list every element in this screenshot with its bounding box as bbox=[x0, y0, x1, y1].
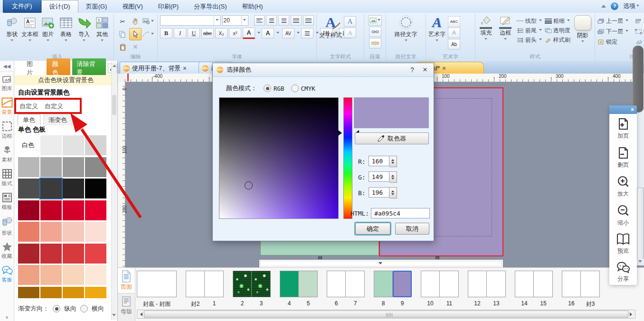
color-swatch[interactable] bbox=[63, 200, 84, 220]
scrollbar-thumb[interactable] bbox=[112, 95, 116, 115]
color-swatch[interactable] bbox=[40, 157, 62, 177]
color-swatch[interactable] bbox=[63, 244, 84, 264]
saturation-value-field[interactable] bbox=[219, 97, 339, 219]
page-thumbnail-13[interactable] bbox=[487, 271, 506, 297]
color-swatch[interactable] bbox=[18, 244, 39, 264]
style-brush-button[interactable]: 样式刷 bbox=[545, 36, 570, 44]
hue-arrow-left-icon[interactable] bbox=[338, 130, 345, 136]
color-swatch[interactable] bbox=[40, 200, 62, 220]
color-swatch[interactable] bbox=[18, 265, 39, 285]
dialog-help-icon[interactable]: ? bbox=[407, 66, 417, 74]
canvas-vscroll-thumb[interactable] bbox=[637, 188, 644, 260]
color-swatch[interactable] bbox=[63, 222, 84, 242]
path-text-button[interactable]: 路径文字 bbox=[388, 15, 423, 43]
remove-page-button[interactable]: 删页 bbox=[609, 143, 637, 172]
align-distribute-button[interactable] bbox=[303, 15, 314, 26]
scroll-left-button[interactable] bbox=[137, 310, 143, 318]
send-backward-button[interactable]: 下一层 bbox=[597, 27, 628, 36]
group-button[interactable]: 编组 bbox=[635, 27, 644, 36]
r-input[interactable]: 160 bbox=[369, 156, 389, 166]
rail-item-gallery[interactable]: 图库 bbox=[0, 72, 14, 94]
menu-tab-0[interactable]: 文件(F) bbox=[3, 0, 41, 13]
color-swatch[interactable] bbox=[85, 200, 106, 220]
find-image-button[interactable] bbox=[142, 15, 154, 28]
drop-cap-button[interactable] bbox=[368, 15, 382, 26]
eyedropper-button[interactable]: 取色器 bbox=[355, 132, 429, 144]
menu-tab-4[interactable]: 印刷(P) bbox=[151, 0, 186, 13]
page-thumbnail-2[interactable] bbox=[233, 271, 252, 297]
italic-button[interactable]: I bbox=[174, 28, 186, 38]
share-button[interactable]: 分享 bbox=[609, 258, 637, 286]
color-swatch[interactable] bbox=[63, 265, 84, 285]
highlight-color-button[interactable]: A bbox=[262, 28, 274, 38]
close-panel-icon[interactable]: × bbox=[631, 106, 634, 113]
subscript-button[interactable]: X₂ bbox=[215, 28, 227, 38]
rail-item-service[interactable]: 客服 bbox=[0, 262, 14, 286]
arrow-tail-button[interactable]: 箭尾 bbox=[517, 26, 542, 35]
page-thumbnail-10[interactable] bbox=[421, 271, 440, 297]
custom-color-row[interactable]: 自定义 自定义 bbox=[18, 101, 79, 112]
rail-item-material[interactable]: 素材 bbox=[0, 142, 14, 166]
page-thumbnail-15[interactable] bbox=[534, 271, 553, 297]
html-input[interactable]: #a095c4 bbox=[371, 208, 430, 218]
color-swatch[interactable] bbox=[63, 157, 84, 177]
color-swatch[interactable] bbox=[40, 244, 62, 264]
page-thumbnail-8[interactable] bbox=[374, 271, 393, 297]
rail-item-favorite[interactable]: 收藏 bbox=[0, 239, 14, 262]
page-thumbnail-封底 - 封面[interactable] bbox=[137, 271, 177, 297]
page-thumbnail-16[interactable] bbox=[562, 271, 581, 297]
align-left-button[interactable] bbox=[254, 15, 265, 26]
paste-button[interactable] bbox=[116, 41, 129, 53]
page-thumbnail-5[interactable] bbox=[299, 271, 318, 297]
text-style-button[interactable]: A 文字样式 bbox=[319, 15, 342, 39]
color-swatch[interactable] bbox=[18, 179, 39, 198]
strikethrough-button[interactable]: abe bbox=[201, 28, 214, 38]
border-button[interactable]: 边框 bbox=[497, 15, 514, 41]
page-thumbnail-11[interactable] bbox=[440, 271, 459, 297]
color-swatch[interactable] bbox=[85, 287, 106, 298]
b-spinner[interactable] bbox=[389, 187, 397, 198]
insert-table-button[interactable]: 表格 bbox=[57, 15, 75, 43]
color-swatch[interactable] bbox=[85, 222, 106, 242]
insert-shape-button[interactable]: 形状 bbox=[3, 15, 20, 43]
page-thumbnail-1[interactable] bbox=[205, 271, 224, 297]
scroll-up-icon[interactable] bbox=[113, 63, 116, 67]
color-swatch[interactable] bbox=[63, 179, 84, 198]
scroll-down-icon[interactable] bbox=[112, 314, 116, 318]
color-swatch[interactable] bbox=[40, 265, 62, 285]
delete-button[interactable]: × bbox=[129, 41, 142, 53]
page-thumbnail-3[interactable] bbox=[252, 271, 271, 297]
font-size-select[interactable]: 20 bbox=[222, 15, 248, 26]
white-swatch-label[interactable]: 白色 bbox=[18, 135, 43, 155]
color-swatch[interactable] bbox=[18, 222, 39, 242]
insert-other-button[interactable]: 5其他 bbox=[94, 15, 111, 43]
color-swatch[interactable] bbox=[63, 287, 84, 298]
b-input[interactable]: 196 bbox=[369, 187, 389, 198]
page-thumbnail-6[interactable] bbox=[327, 271, 346, 297]
document-tab-0[interactable]: DPS使用手册-7、背景× bbox=[120, 62, 206, 74]
art-a-button[interactable]: A bbox=[448, 28, 460, 38]
menu-tab-2[interactable]: 页面(G) bbox=[78, 0, 115, 13]
options-menu[interactable]: 选项 bbox=[623, 2, 639, 10]
minimize-ribbon-icon[interactable] bbox=[601, 5, 606, 8]
menu-tab-3[interactable]: 视图(V) bbox=[114, 0, 150, 13]
radio-vertical[interactable] bbox=[53, 305, 60, 312]
line-type-button[interactable]: 线型 bbox=[517, 17, 542, 25]
bring-forward-button[interactable]: 上一层 bbox=[597, 17, 628, 25]
g-spinner[interactable] bbox=[389, 171, 397, 183]
mode-cmyk-radio[interactable]: CMYK bbox=[291, 85, 315, 92]
font-family-select[interactable] bbox=[160, 15, 221, 26]
solid-color-tab[interactable]: 单色 bbox=[18, 114, 40, 125]
align-button[interactable]: 对齐 bbox=[635, 17, 644, 25]
art-text-button[interactable]: A 艺术字 bbox=[428, 15, 445, 49]
rail-scroll-down-icon[interactable]: ▼ bbox=[0, 315, 14, 320]
color-swatch[interactable] bbox=[85, 265, 106, 285]
menu-tab-6[interactable]: 帮助(H) bbox=[234, 0, 270, 13]
master-tab[interactable]: 母版 bbox=[118, 293, 135, 318]
close-tab-icon[interactable]: × bbox=[183, 65, 187, 72]
select-cursor-button[interactable] bbox=[129, 28, 142, 40]
color-swatch[interactable] bbox=[18, 287, 39, 298]
gradient-color-tab[interactable]: 渐变色 bbox=[43, 114, 72, 125]
rail-item-shape[interactable]: 形状 bbox=[0, 213, 14, 239]
page-thumbnail-12[interactable] bbox=[468, 271, 487, 297]
